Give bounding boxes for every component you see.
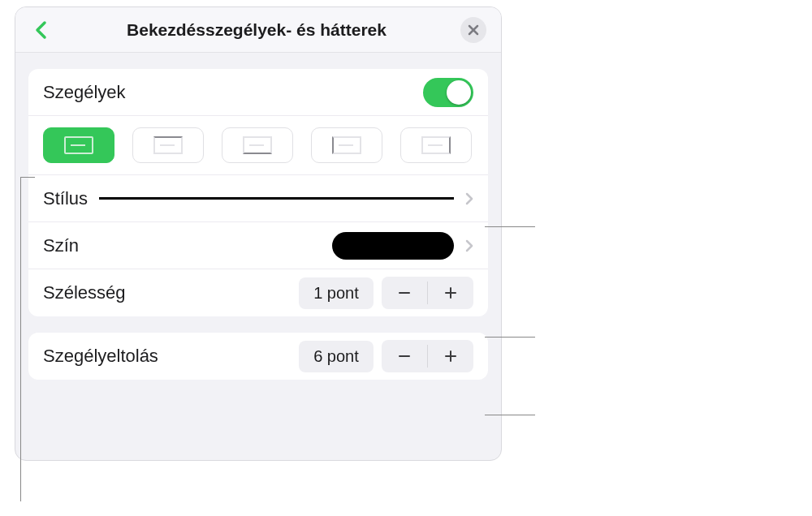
panel-header: Bekezdésszegélyek- és hátterek [15, 7, 501, 53]
callout-line [485, 226, 535, 227]
chevron-right-icon [465, 192, 473, 205]
width-stepper [382, 277, 473, 309]
color-swatch [332, 232, 454, 260]
plus-icon [443, 286, 458, 300]
chevron-left-icon [34, 20, 49, 40]
callout-line [485, 337, 535, 338]
minus-icon [397, 349, 412, 363]
chevron-right-icon [465, 239, 473, 252]
borders-toggle-row: Szegélyek [28, 69, 488, 116]
width-row: Szélesség 1 pont [28, 269, 488, 316]
border-right-tile[interactable] [400, 127, 472, 163]
border-side-picker [28, 116, 488, 175]
offset-decrement-button[interactable] [382, 340, 427, 372]
style-label: Stílus [43, 188, 88, 209]
border-top-tile[interactable] [132, 127, 204, 163]
border-all-tile[interactable] [43, 127, 114, 163]
border-left-tile[interactable] [311, 127, 382, 163]
plus-icon [443, 349, 458, 363]
offset-row: Szegélyeltolás 6 pont [28, 333, 488, 380]
offset-value: 6 pont [299, 341, 374, 372]
color-row[interactable]: Szín [28, 222, 488, 269]
border-bottom-tile[interactable] [222, 127, 293, 163]
style-row[interactable]: Stílus [28, 175, 488, 222]
close-icon [468, 24, 479, 36]
close-button[interactable] [460, 17, 486, 43]
offset-label: Szegélyeltolás [43, 346, 158, 367]
width-label: Szélesség [43, 282, 126, 303]
borders-label: Szegélyek [43, 82, 126, 103]
panel-title: Bekezdésszegélyek- és hátterek [53, 20, 460, 40]
borders-backgrounds-panel: Bekezdésszegélyek- és hátterek Szegélyek [15, 6, 502, 461]
callout-line [485, 415, 535, 415]
offset-card: Szegélyeltolás 6 pont [28, 333, 488, 380]
callout-line [20, 177, 35, 178]
width-decrement-button[interactable] [382, 277, 427, 309]
width-value: 1 pont [299, 277, 374, 309]
offset-increment-button[interactable] [428, 340, 473, 372]
color-label: Szín [43, 235, 79, 256]
borders-card: Szegélyek [28, 69, 488, 316]
width-increment-button[interactable] [428, 277, 473, 309]
minus-icon [397, 286, 412, 300]
callout-line [20, 177, 21, 501]
back-button[interactable] [30, 19, 53, 41]
borders-switch[interactable] [423, 78, 473, 107]
switch-knob [447, 80, 471, 105]
style-preview-line [99, 197, 454, 200]
offset-stepper [382, 340, 473, 372]
